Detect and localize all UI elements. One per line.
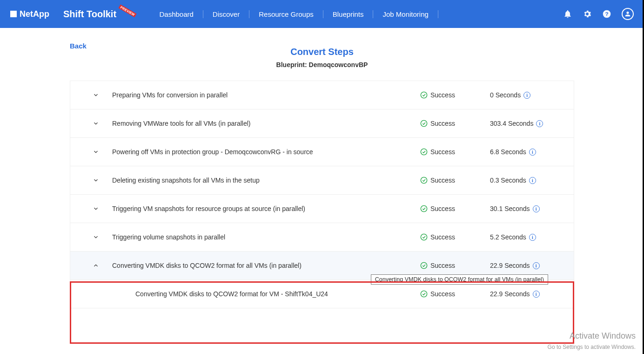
duration-label: 6.8 Seconds [490, 148, 564, 156]
bell-icon[interactable] [563, 9, 572, 19]
step-label: Triggering volume snapshots in parallel [112, 233, 420, 241]
chevron-down-icon[interactable] [80, 120, 112, 127]
step-label: Converting VMDK disks to QCOW2 format fo… [112, 290, 420, 298]
brand-text: NetApp [20, 9, 49, 19]
svg-point-5 [421, 177, 427, 183]
info-icon[interactable] [536, 120, 543, 127]
step-row: Converting VMDK disks to QCOW2 format fo… [70, 280, 574, 308]
blueprint-subtitle: Blueprint: DemoqcowconvBP [70, 61, 574, 68]
info-icon[interactable] [533, 205, 540, 212]
duration-label: 5.2 Seconds [490, 233, 564, 241]
duration-label: 303.4 Seconds [490, 120, 564, 127]
help-icon[interactable]: ? [602, 9, 611, 19]
main-nav: Dashboard Discover Resource Groups Bluep… [150, 10, 438, 18]
nav-resource-groups[interactable]: Resource Groups [249, 10, 323, 18]
status-badge: Success [420, 205, 490, 212]
status-badge: Success [420, 262, 490, 269]
content: Back Convert Steps Blueprint: Demoqcowco… [0, 28, 644, 308]
watermark-sub: Go to Settings to activate Windows. [548, 344, 636, 350]
user-avatar[interactable] [622, 8, 634, 20]
svg-point-2 [421, 92, 427, 98]
step-label: Powering off VMs in protection group - D… [112, 148, 420, 156]
svg-point-6 [421, 205, 427, 211]
svg-point-7 [421, 234, 427, 240]
chevron-down-icon[interactable] [80, 149, 112, 155]
gear-icon[interactable] [583, 9, 592, 19]
preview-badge: PREVIEW [119, 4, 137, 17]
watermark: Activate Windows [570, 331, 636, 341]
svg-point-8 [421, 262, 427, 268]
step-row: Preparing VMs for conversion in parallel… [70, 81, 574, 109]
chevron-down-icon[interactable] [80, 92, 112, 98]
info-icon[interactable] [533, 262, 540, 269]
nav-dashboard[interactable]: Dashboard [150, 10, 203, 18]
chevron-up-icon[interactable] [80, 262, 112, 269]
netapp-icon [10, 11, 17, 17]
step-row: Triggering VM snapshots for resource gro… [70, 195, 574, 223]
status-badge: Success [420, 120, 490, 127]
topbar-icons: ? [563, 8, 634, 20]
step-row: Converting VMDK disks to QCOW2 format fo… [70, 252, 574, 280]
step-row: Deleting existing snapshots for all VMs … [70, 166, 574, 195]
info-icon[interactable] [529, 177, 536, 184]
step-row: Removing VMWare tools for all VMs (in pa… [70, 109, 574, 138]
step-label: Preparing VMs for conversion in parallel [112, 91, 420, 99]
info-icon[interactable] [523, 92, 530, 99]
chevron-down-icon[interactable] [80, 177, 112, 184]
svg-point-9 [421, 291, 427, 297]
brand-logo: NetApp [10, 9, 49, 19]
nav-job-monitoring[interactable]: Job Monitoring [373, 10, 438, 18]
page-title: Convert Steps [70, 47, 574, 57]
duration-label: 22.9 Seconds [490, 262, 564, 269]
step-label: Deleting existing snapshots for all VMs … [112, 177, 420, 184]
step-label: Converting VMDK disks to QCOW2 format fo… [112, 262, 420, 269]
step-label: Triggering VM snapshots for resource gro… [112, 205, 420, 212]
info-icon[interactable] [533, 291, 540, 298]
duration-label: 0.3 Seconds [490, 177, 564, 184]
toolkit-title: Shift Toolkit PREVIEW [63, 9, 137, 20]
step-row: Powering off VMs in protection group - D… [70, 138, 574, 166]
chevron-down-icon[interactable] [80, 205, 112, 212]
steps-list: Preparing VMs for conversion in parallel… [70, 81, 574, 308]
step-label: Removing VMWare tools for all VMs (in pa… [112, 120, 420, 127]
svg-point-4 [421, 149, 427, 155]
status-badge: Success [420, 233, 490, 241]
info-icon[interactable] [529, 234, 536, 241]
chevron-down-icon[interactable] [80, 234, 112, 240]
status-badge: Success [420, 91, 490, 99]
status-badge: Success [420, 290, 490, 298]
duration-label: 22.9 Seconds [490, 290, 564, 298]
svg-text:?: ? [605, 11, 608, 17]
back-link[interactable]: Back [70, 42, 87, 50]
nav-discover[interactable]: Discover [203, 10, 249, 18]
duration-label: 0 Seconds [490, 91, 564, 99]
nav-blueprints[interactable]: Blueprints [323, 10, 374, 18]
topbar: NetApp Shift Toolkit PREVIEW Dashboard D… [0, 0, 644, 28]
info-icon[interactable] [529, 149, 536, 156]
svg-point-3 [421, 120, 427, 126]
status-badge: Success [420, 177, 490, 184]
duration-label: 30.1 Seconds [490, 205, 564, 212]
step-row: Triggering volume snapshots in parallelS… [70, 223, 574, 252]
status-badge: Success [420, 148, 490, 156]
